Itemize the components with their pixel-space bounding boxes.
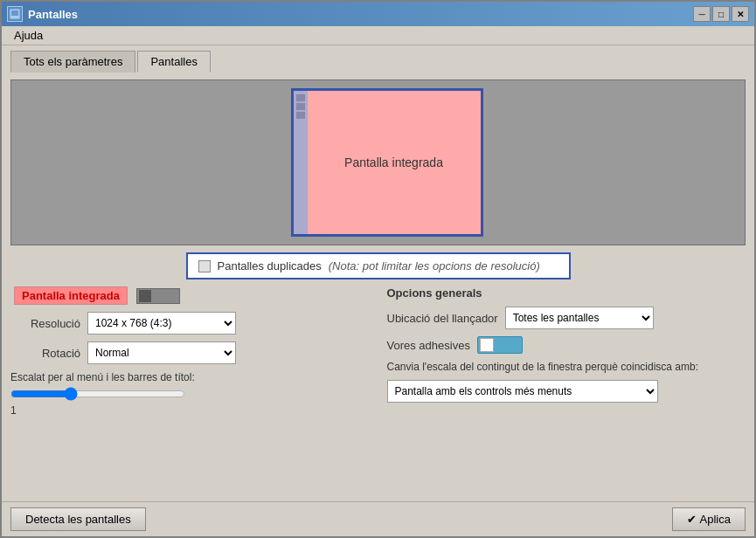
- sticky-toggle-thumb: [480, 338, 494, 352]
- minimize-button[interactable]: ─: [693, 6, 711, 22]
- resolution-select[interactable]: 1024 x 768 (4:3): [87, 312, 236, 335]
- duplicate-label: Pantalles duplicades: [218, 259, 322, 272]
- footer: Detecta les pantalles ✔ Aplica: [2, 501, 754, 536]
- tabs-bar: Tots els paràmetres Pantalles: [2, 45, 754, 72]
- left-panel: Pantalla integrada Resolució 1024 x 768 …: [10, 286, 370, 417]
- launcher-select[interactable]: Totes les pantalles: [505, 307, 654, 329]
- svg-rect-1: [11, 10, 18, 16]
- right-panel: Opcions generals Ubicació del llançador …: [387, 286, 746, 417]
- detect-button[interactable]: Detecta les pantalles: [10, 507, 146, 531]
- screen-preview-label: Pantalla integrada: [330, 155, 443, 169]
- menubar: Ajuda: [2, 26, 754, 45]
- taskbar-dot-1: [296, 94, 305, 101]
- titlebar: Pantalles ─ □ ✕: [2, 2, 754, 26]
- scale-select-row: Pantalla amb els controls més menuts: [387, 380, 746, 403]
- screen-enable-toggle[interactable]: [136, 288, 180, 304]
- duplicate-note: (Nota: pot limitar les opcions de resolu…: [329, 259, 540, 272]
- screen-box: Pantalla integrada: [291, 88, 483, 237]
- scale-slider[interactable]: [10, 387, 185, 401]
- scale-content-select[interactable]: Pantalla amb els controls més menuts: [387, 380, 658, 403]
- monitor-preview: Pantalla integrada: [10, 79, 746, 245]
- duplicate-checkbox[interactable]: [198, 260, 211, 272]
- close-button[interactable]: ✕: [732, 6, 749, 22]
- screen-header-row: Pantalla integrada: [10, 286, 370, 305]
- rotation-row: Rotació Normal: [10, 341, 370, 364]
- screen-toggle-thumb: [139, 290, 151, 302]
- rotation-select[interactable]: Normal: [87, 341, 236, 364]
- launcher-row: Ubicació del llançador Totes les pantall…: [387, 307, 746, 329]
- taskbar-dot-3: [296, 112, 305, 119]
- scale-label: Escalat per al menú i les barres de títo…: [10, 371, 370, 383]
- tab-screens[interactable]: Pantalles: [137, 51, 210, 72]
- duplicate-box: Pantalles duplicades (Nota: pot limitar …: [186, 252, 571, 279]
- scale-section: Escalat per al menú i les barres de títo…: [10, 371, 370, 417]
- menu-help[interactable]: Ajuda: [9, 27, 48, 44]
- window-icon: [7, 6, 23, 22]
- apply-checkmark-icon: ✔: [687, 513, 697, 526]
- tab-all-params[interactable]: Tots els paràmetres: [10, 51, 135, 72]
- general-options-title: Opcions generals: [387, 286, 746, 300]
- window-title: Pantalles: [28, 8, 78, 21]
- sticky-label: Vores adhesives: [387, 339, 470, 352]
- rotation-label: Rotació: [10, 347, 80, 360]
- taskbar-dot-2: [296, 103, 305, 110]
- apply-button[interactable]: ✔ Aplica: [672, 507, 746, 531]
- settings-row: Pantalla integrada Resolució 1024 x 768 …: [10, 286, 746, 417]
- apply-label: Aplica: [700, 513, 731, 526]
- sticky-toggle[interactable]: [477, 336, 523, 354]
- screen-name-badge: Pantalla integrada: [14, 286, 128, 305]
- maximize-button[interactable]: □: [712, 6, 730, 22]
- sticky-row: Vores adhesives: [387, 336, 746, 354]
- duplicate-row: Pantalles duplicades (Nota: pot limitar …: [10, 252, 746, 279]
- main-content: Pantalla integrada Pantalles duplicades …: [2, 72, 754, 501]
- resolution-label: Resolució: [10, 317, 80, 330]
- titlebar-left: Pantalles: [7, 6, 78, 22]
- slider-container: [10, 387, 370, 401]
- scale-desc: Canvia l'escala del contingut de la fine…: [387, 361, 719, 373]
- scale-value: 1: [10, 404, 370, 417]
- titlebar-buttons: ─ □ ✕: [693, 6, 749, 22]
- launcher-label: Ubicació del llançador: [387, 312, 498, 325]
- resolution-row: Resolució 1024 x 768 (4:3): [10, 312, 370, 335]
- screen-taskbar: [294, 91, 308, 234]
- main-window: Pantalles ─ □ ✕ Ajuda Tots els paràmetre…: [0, 0, 756, 538]
